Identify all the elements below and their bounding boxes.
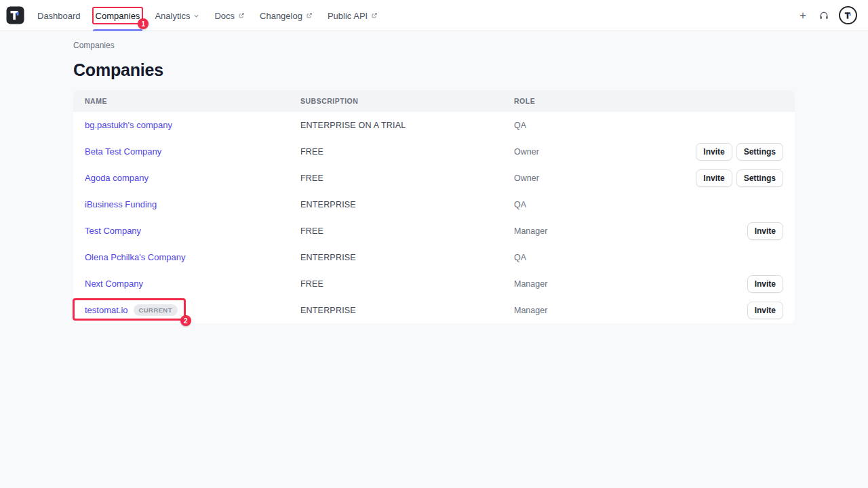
- external-link-icon: [238, 12, 245, 19]
- breadcrumb: Companies: [73, 41, 795, 50]
- invite-button[interactable]: Invite: [696, 143, 732, 161]
- subscription-value: FREE: [300, 174, 514, 183]
- subscription-value: ENTERPRISE: [300, 200, 514, 209]
- table-row: Beta Test Company FREE Owner Invite Sett…: [73, 138, 795, 165]
- topbar-right-actions: +: [797, 6, 857, 24]
- table-row: bg.pastukh's company ENTERPRISE ON A TRI…: [73, 112, 795, 138]
- subscription-value: ENTERPRISE: [300, 253, 514, 262]
- app-logo[interactable]: [5, 6, 24, 25]
- user-avatar[interactable]: [839, 6, 857, 24]
- role-value: Owner: [514, 147, 539, 157]
- nav-label: Docs: [214, 11, 235, 21]
- top-navigation-bar: Dashboard Companies 1 Analytics Docs Cha…: [0, 0, 868, 31]
- role-value: QA: [514, 253, 526, 262]
- breadcrumb-item-companies[interactable]: Companies: [73, 41, 115, 50]
- column-header-name: NAME: [85, 97, 300, 105]
- company-link[interactable]: Agoda company: [85, 173, 149, 183]
- table-row: Test Company FREE Manager Invite: [73, 218, 795, 244]
- nav-item-analytics[interactable]: Analytics: [147, 0, 207, 31]
- add-button[interactable]: +: [797, 8, 809, 22]
- external-link-icon: [371, 12, 378, 19]
- invite-button[interactable]: Invite: [696, 169, 732, 187]
- active-tab-underline: [93, 29, 143, 31]
- avatar-logo-icon: [844, 11, 853, 20]
- nav-item-changelog[interactable]: Changelog: [252, 0, 320, 31]
- subscription-value: FREE: [300, 279, 514, 289]
- nav-label: Analytics: [155, 11, 190, 21]
- main-content: Companies Companies NAME SUBSCRIPTION RO…: [73, 41, 795, 323]
- role-value: Manager: [514, 279, 547, 289]
- nav-label: Public API: [328, 11, 368, 21]
- nav-item-companies[interactable]: Companies 1: [88, 0, 148, 31]
- invite-button[interactable]: Invite: [747, 275, 783, 293]
- main-nav: Dashboard Companies 1 Analytics Docs Cha…: [30, 0, 385, 30]
- column-header-role: ROLE: [514, 97, 783, 105]
- external-link-icon: [306, 12, 313, 19]
- nav-label: Companies: [96, 11, 140, 21]
- current-company-cell: testomat.io CURRENT 2: [85, 304, 178, 316]
- role-value: Manager: [514, 306, 547, 315]
- table-row: Next Company FREE Manager Invite: [73, 270, 795, 297]
- nav-item-docs[interactable]: Docs: [207, 0, 252, 31]
- page-title: Companies: [73, 60, 795, 80]
- annotation-step-badge: 2: [180, 315, 191, 326]
- table-row: Olena Pchilka's Company ENTERPRISE QA: [73, 244, 795, 270]
- invite-button[interactable]: Invite: [747, 302, 783, 319]
- company-link[interactable]: testomat.io: [85, 305, 128, 315]
- table-row: iBusiness Funding ENTERPRISE QA: [73, 191, 795, 218]
- nav-label: Dashboard: [37, 11, 81, 21]
- role-value: Manager: [514, 226, 547, 236]
- company-link[interactable]: Olena Pchilka's Company: [85, 252, 185, 262]
- role-value: Owner: [514, 174, 539, 183]
- chevron-down-icon: [193, 13, 199, 19]
- company-link[interactable]: Next Company: [85, 279, 143, 289]
- table-header-row: NAME SUBSCRIPTION ROLE: [73, 90, 795, 112]
- company-link[interactable]: Test Company: [85, 226, 141, 236]
- nav-item-public-api[interactable]: Public API: [320, 0, 385, 31]
- nav-label: Changelog: [260, 11, 302, 21]
- company-link[interactable]: bg.pastukh's company: [85, 120, 172, 130]
- table-row: Agoda company FREE Owner Invite Settings: [73, 165, 795, 191]
- settings-button[interactable]: Settings: [736, 143, 783, 161]
- company-link[interactable]: iBusiness Funding: [85, 199, 157, 209]
- companies-table: NAME SUBSCRIPTION ROLE bg.pastukh's comp…: [73, 90, 795, 323]
- column-header-subscription: SUBSCRIPTION: [300, 97, 514, 105]
- current-badge: CURRENT: [134, 304, 178, 316]
- subscription-value: ENTERPRISE ON A TRIAL: [300, 121, 514, 130]
- subscription-value: FREE: [300, 147, 514, 157]
- role-value: QA: [514, 200, 526, 209]
- support-headset-icon[interactable]: [818, 10, 829, 21]
- subscription-value: FREE: [300, 226, 514, 236]
- testomat-logo-icon: [6, 6, 24, 24]
- table-row-current-company: testomat.io CURRENT 2 ENTERPRISE Manager…: [73, 297, 795, 323]
- subscription-value: ENTERPRISE: [300, 306, 514, 315]
- company-link[interactable]: Beta Test Company: [85, 146, 161, 157]
- nav-item-dashboard[interactable]: Dashboard: [30, 0, 88, 31]
- settings-button[interactable]: Settings: [736, 169, 783, 187]
- invite-button[interactable]: Invite: [747, 222, 783, 240]
- role-value: QA: [514, 121, 526, 130]
